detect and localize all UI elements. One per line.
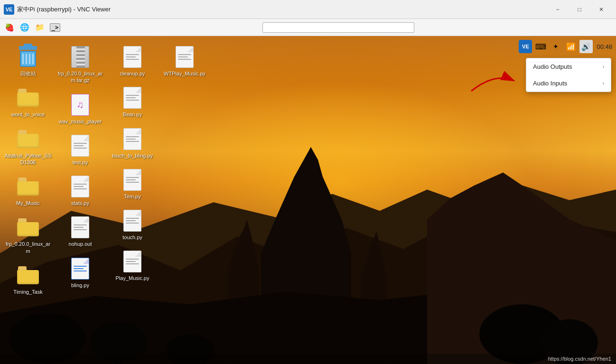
icon-label-my-music: My_Music — [16, 200, 40, 206]
icon-label-frp-folder: frp_0.20.0_linux_arm — [4, 241, 52, 254]
icon-label-bling-py: bling.py — [71, 282, 89, 289]
vnc-logo: VE — [522, 44, 529, 49]
folder-word-icon-img — [17, 86, 39, 109]
wifi-tray-icon[interactable]: 📶 — [564, 40, 578, 53]
desktop-icon-bling-py[interactable]: bling.py — [54, 253, 106, 292]
terminal-icon: _> — [50, 23, 60, 32]
vnc-tray-icon[interactable]: VE — [519, 40, 532, 53]
trash-lid — [19, 46, 37, 50]
volume-icon: 🔊 — [581, 42, 591, 51]
folder-icon: 📁 — [35, 23, 45, 32]
icon-label-bean-py: Bean.py — [123, 111, 142, 118]
file-touch-bling-icon-img — [121, 128, 144, 150]
icon-label-test-py: test.py — [73, 159, 88, 166]
desktop-icon-play-music[interactable]: Play_Music.py — [106, 246, 159, 285]
desktop-icon-adafruit[interactable]: Adafruit_Python_SSD1306 — [2, 124, 54, 170]
url-bar-container — [63, 22, 614, 33]
toolbar: 🍓 🌐 📁 _> VE ⌨ ✦ 📶 🔊 00:48 — [0, 19, 616, 36]
globe-icon-button[interactable]: 🌐 — [17, 21, 32, 34]
maximize-button[interactable]: □ — [569, 2, 590, 17]
desktop-icon-my-music[interactable]: My_Music — [2, 171, 54, 210]
svg-marker-6 — [427, 173, 616, 364]
audio-outputs-item[interactable]: Audio Outputs › — [526, 58, 611, 75]
url-input[interactable] — [262, 22, 414, 33]
archive-icon-img — [69, 46, 92, 68]
folder-icon-button[interactable]: 📁 — [32, 21, 47, 34]
close-button[interactable]: ✕ — [590, 2, 612, 17]
keyboard-icon: ⌨ — [535, 42, 546, 51]
icon-label-word-to-voice: word_to_voice — [11, 111, 45, 118]
audio-icon-img: ♫ — [69, 93, 92, 116]
audio-dropdown-menu: Audio Outputs › Audio Inputs › — [526, 58, 611, 92]
desktop-icon-frp-folder[interactable]: frp_0.20.0_linux_arm — [2, 212, 54, 258]
file-tem-icon-img — [121, 168, 144, 191]
audio-outputs-label: Audio Outputs — [533, 63, 572, 70]
icon-label-wav-music: wav_music_player — [59, 118, 102, 125]
desktop-icon-stats-py[interactable]: stats.py — [54, 171, 106, 210]
desktop-icon-grid: 回收站 word_to_voice Adafruit_Python_SSD130… — [0, 36, 56, 355]
icon-label-cleanup: cleanup.py — [120, 70, 145, 77]
volume-tray-icon[interactable]: 🔊 — [579, 40, 593, 53]
minimize-button[interactable]: − — [547, 2, 569, 17]
icon-label-nohup: nohup.out — [69, 241, 92, 247]
desktop-icon-wav-music[interactable]: ♫ wav_music_player — [54, 90, 106, 129]
clock: 00:48 — [595, 43, 612, 50]
file-wtplay-icon-img — [173, 46, 196, 68]
desktop-icon-frp-archive[interactable]: frp_0.20.0_linux_arm.tar.gz — [54, 42, 106, 88]
audio-inputs-label: Audio Inputs — [533, 80, 567, 87]
desktop-icon-word-to-voice[interactable]: word_to_voice — [2, 83, 54, 121]
folder-timing-icon-img — [17, 264, 39, 287]
terminal-icon-button[interactable]: _> — [47, 21, 63, 34]
desktop-icon-col2: frp_0.20.0_linux_arm.tar.gz ♫ wav_music_… — [52, 36, 108, 355]
icon-label-recycle: 回收站 — [20, 70, 36, 77]
desktop-icon-test-py[interactable]: test.py — [54, 131, 106, 169]
desktop-icon-touch-py[interactable]: touch.py — [106, 205, 159, 244]
icon-label-frp-archive: frp_0.20.0_linux_arm.tar.gz — [56, 70, 104, 84]
raspberry-icon-button[interactable]: 🍓 — [2, 21, 17, 34]
raspberry-icon: 🍓 — [5, 23, 14, 32]
wifi-icon: 📶 — [566, 42, 576, 51]
system-tray: VE ⌨ ✦ 📶 🔊 00:48 — [515, 38, 616, 55]
audio-inputs-chevron: › — [603, 81, 604, 86]
desktop-icon-cleanup[interactable]: cleanup.py — [106, 42, 159, 81]
desktop-icon-wtplay[interactable]: WTPlay_Music.py — [159, 42, 211, 81]
icon-label-touch-bling: touch_to_bling.py — [112, 152, 153, 159]
svg-marker-2 — [261, 147, 351, 364]
title-bar: VE 家中Pi (raspberrypi) - VNC Viewer − □ ✕ — [0, 0, 616, 19]
file-touch-icon-img — [121, 209, 144, 232]
desktop-icon-timing-task[interactable]: Timing_Task — [2, 260, 54, 299]
icon-label-play-music: Play_Music.py — [116, 275, 149, 281]
file-bean-icon-img — [121, 86, 144, 109]
folder-adafruit-icon-img — [17, 128, 39, 150]
icon-label-timing-task: Timing_Task — [13, 289, 42, 295]
file-test-icon-img — [69, 134, 92, 157]
file-cleanup-icon-img — [121, 46, 144, 68]
icon-label-touch-py: touch.py — [122, 234, 142, 241]
trash-body — [20, 51, 36, 67]
file-play-music-icon-img — [121, 250, 144, 273]
app-logo: VE — [4, 4, 14, 15]
trash-icon-img — [17, 46, 39, 68]
icon-label-tem-py: Tem.py — [124, 193, 140, 200]
desktop-icon-bean-py[interactable]: Bean.py — [106, 83, 159, 121]
desktop-icon-col3: cleanup.py Bean.py — [104, 36, 160, 355]
audio-outputs-chevron: › — [603, 64, 604, 69]
desktop-icon-recycle[interactable]: 回收站 — [2, 42, 54, 81]
status-url: https://blog.csdn.net/Yhen1 — [548, 356, 611, 362]
desktop-icon-nohup[interactable]: nohup.out — [54, 212, 106, 251]
window-controls: − □ ✕ — [547, 2, 612, 17]
icon-label-adafruit: Adafruit_Python_SSD1306 — [4, 152, 52, 166]
icon-label-stats-py: stats.py — [71, 200, 89, 206]
file-stats-icon-img — [69, 175, 92, 198]
desktop-icon-touch-bling[interactable]: touch_to_bling.py — [106, 124, 159, 163]
svg-marker-4 — [361, 232, 387, 364]
window-title: 家中Pi (raspberrypi) - VNC Viewer — [17, 5, 547, 14]
svg-marker-3 — [228, 219, 259, 364]
keyboard-tray-icon[interactable]: ⌨ — [534, 40, 547, 53]
folder-my-music-icon-img — [17, 175, 39, 198]
status-bar: https://blog.csdn.net/Yhen1 — [0, 354, 616, 364]
bluetooth-icon: ✦ — [553, 43, 559, 50]
audio-inputs-item[interactable]: Audio Inputs › — [526, 75, 611, 92]
bluetooth-tray-icon[interactable]: ✦ — [549, 40, 562, 53]
desktop-icon-tem-py[interactable]: Tem.py — [106, 165, 159, 204]
